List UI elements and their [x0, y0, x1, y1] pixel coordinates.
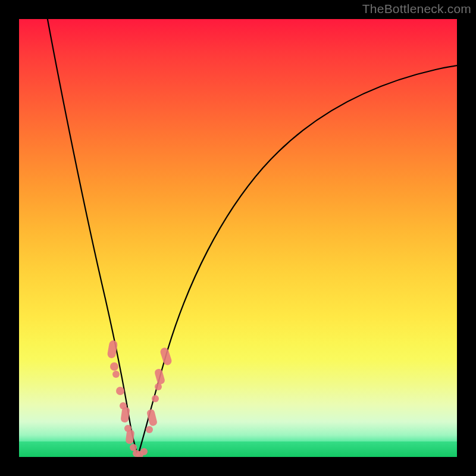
- marker-dot: [159, 347, 173, 367]
- marker-dot: [155, 383, 162, 390]
- marker-dot: [107, 340, 118, 359]
- marker-dot: [112, 371, 120, 378]
- outer-frame: TheBottleneck.com: [0, 0, 476, 476]
- marker-dot: [110, 362, 118, 371]
- bottleneck-curve-chart: [19, 19, 457, 457]
- marker-dot: [154, 368, 166, 386]
- right-curve-branch: [138, 65, 457, 455]
- marker-group: [107, 340, 173, 457]
- marker-dot: [116, 387, 124, 395]
- marker-dot: [152, 395, 159, 402]
- watermark-text: TheBottleneck.com: [362, 2, 471, 16]
- left-curve-branch: [46, 19, 138, 455]
- plot-area: [19, 19, 457, 457]
- marker-dot: [140, 448, 148, 455]
- marker-dot: [146, 426, 153, 433]
